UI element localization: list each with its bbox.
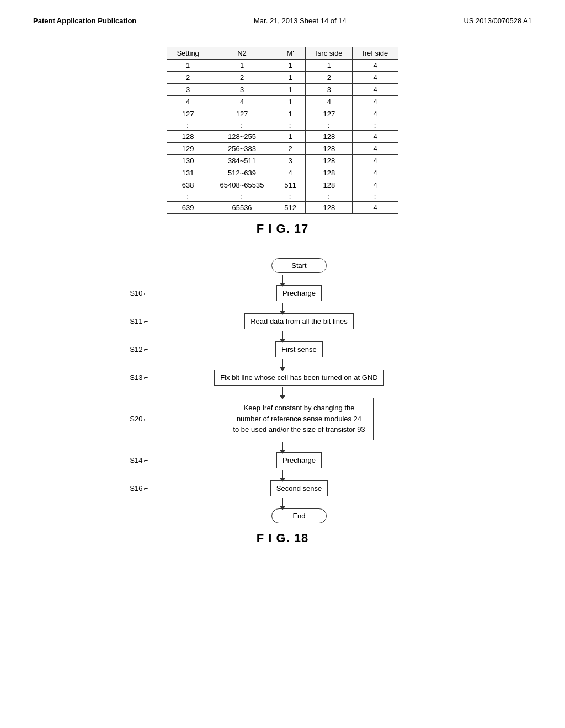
step-s14-label: S14 [130, 456, 142, 464]
table-cell: 4 [353, 155, 398, 167]
table-cell: 4 [353, 167, 398, 179]
fig17-caption: F I G. 17 [33, 222, 532, 236]
dots-cell: : [275, 120, 306, 131]
table-cell: 3 [306, 84, 353, 96]
table-cell: 1 [275, 108, 306, 120]
table-cell: 1 [275, 72, 306, 84]
table-cell: 4 [306, 96, 353, 108]
arrow-8 [117, 496, 448, 508]
arrow-1 [117, 273, 448, 285]
header-left: Patent Application Publication [33, 17, 136, 25]
fig18-section: Start S10 ⌐ Precharge S11 ⌐ [33, 258, 532, 545]
step-s16-row: S16 ⌐ Second sense [117, 480, 448, 496]
table-row: 11114 [167, 60, 398, 72]
header-right: US 2013/0070528 A1 [463, 17, 532, 25]
step-s13: Fix bit line whose cell has been turned … [214, 370, 383, 386]
table-cell: 128~255 [209, 131, 275, 143]
arrow-5 [117, 386, 448, 398]
step-s16-label: S16 [130, 484, 142, 493]
dots-cell: : [353, 120, 398, 131]
table-cell: 1 [275, 96, 306, 108]
dots-cell: : [167, 120, 209, 131]
step-s14: Precharge [276, 452, 322, 468]
step-s12: First sense [275, 341, 323, 357]
fig17-table: Setting N2 M' Isrc side Iref side 111142… [167, 47, 398, 214]
table-cell: 65536 [209, 202, 275, 214]
table-cell: 1 [209, 60, 275, 72]
table-cell: 4 [353, 179, 398, 191]
table-cell: 638 [167, 179, 209, 191]
arrow-7 [117, 468, 448, 480]
table-cell: 511 [275, 179, 306, 191]
table-row: 44144 [167, 96, 398, 108]
fig18-caption: F I G. 18 [33, 531, 532, 545]
table-cell: 4 [167, 96, 209, 108]
table-cell: 4 [353, 96, 398, 108]
step-s12-label: S12 [130, 345, 142, 354]
dots-cell: : [353, 191, 398, 202]
step-start: Start [271, 258, 327, 273]
table-cell: 4 [353, 72, 398, 84]
table-cell: 639 [167, 202, 209, 214]
step-s11-row: S11 ⌐ Read data from all the bit lines [117, 313, 448, 329]
step-end-row: End [117, 508, 448, 523]
step-end: End [271, 508, 327, 523]
table-cell: 128 [306, 131, 353, 143]
step-s20-row: S20 ⌐ Keep Iref constant by changing the… [117, 398, 448, 440]
step-s14-row: S14 ⌐ Precharge [117, 452, 448, 468]
table-row: 131512~63941284 [167, 167, 398, 179]
step-s11: Read data from all the bit lines [244, 313, 354, 329]
table-row: 639655365121284 [167, 202, 398, 214]
table-cell: 3 [167, 84, 209, 96]
table-cell: 127 [306, 108, 353, 120]
dots-cell: : [209, 191, 275, 202]
table-cell: 512~639 [209, 167, 275, 179]
table-cell: 128 [306, 202, 353, 214]
arrow-4 [117, 357, 448, 370]
table-cell: 4 [353, 131, 398, 143]
dots-cell: : [167, 191, 209, 202]
table-row: 130384~51131284 [167, 155, 398, 167]
step-s20-label: S20 [130, 415, 142, 423]
table-row: 12712711274 [167, 108, 398, 120]
table-cell: 512 [275, 202, 306, 214]
arrow-2 [117, 301, 448, 313]
flowchart: Start S10 ⌐ Precharge S11 ⌐ [117, 258, 448, 523]
arrow-3 [117, 329, 448, 341]
table-row: 33134 [167, 84, 398, 96]
col-iref: Iref side [353, 47, 398, 60]
col-setting: Setting [167, 47, 209, 60]
table-cell: 4 [353, 84, 398, 96]
header-center: Mar. 21, 2013 Sheet 14 of 14 [254, 17, 347, 25]
col-m: M' [275, 47, 306, 60]
table-cell: 3 [209, 84, 275, 96]
table-cell: 128 [306, 167, 353, 179]
table-cell: 129 [167, 143, 209, 155]
table-cell: 256~383 [209, 143, 275, 155]
col-isrc: Isrc side [306, 47, 353, 60]
table-cell: 1 [275, 131, 306, 143]
table-row: 22124 [167, 72, 398, 84]
table-cell: 4 [353, 202, 398, 214]
table-cell: 2 [209, 72, 275, 84]
table-cell: 128 [306, 179, 353, 191]
step-s10-row: S10 ⌐ Precharge [117, 285, 448, 301]
step-s13-row: S13 ⌐ Fix bit line whose cell has been t… [117, 370, 448, 386]
step-s16: Second sense [270, 480, 328, 496]
step-start-row: Start [117, 258, 448, 273]
dots-cell: : [275, 191, 306, 202]
step-s10: Precharge [276, 285, 322, 301]
table-cell: 2 [167, 72, 209, 84]
table-cell: 131 [167, 167, 209, 179]
dots-cell: : [306, 120, 353, 131]
table-cell: 384~511 [209, 155, 275, 167]
table-cell: 4 [353, 143, 398, 155]
step-s12-row: S12 ⌐ First sense [117, 341, 448, 357]
table-cell: 4 [353, 108, 398, 120]
table-cell: 4 [353, 60, 398, 72]
page: Patent Application Publication Mar. 21, … [0, 0, 565, 728]
table-cell: 3 [275, 155, 306, 167]
step-s11-label: S11 [130, 317, 142, 325]
step-s10-label: S10 [130, 289, 142, 297]
table-cell: 130 [167, 155, 209, 167]
